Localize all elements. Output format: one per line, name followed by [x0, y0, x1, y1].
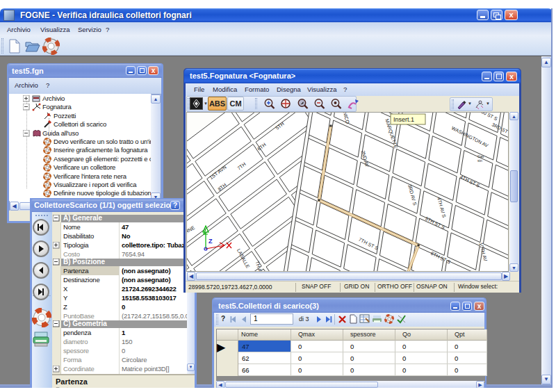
svg-text:stn: stn	[477, 158, 482, 163]
svg-text:Z: Z	[208, 238, 213, 245]
svg-text:Insert.1: Insert.1	[393, 116, 414, 123]
